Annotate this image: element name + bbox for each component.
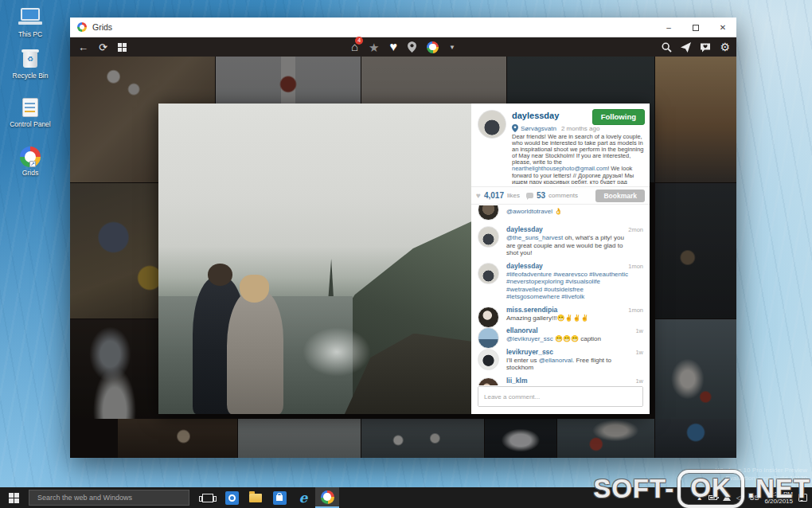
avatar[interactable] [478, 349, 499, 370]
photo-grid-background: daylessday Following Sørvágsvatn 2 month… [70, 57, 736, 458]
comment-username[interactable]: ellanorval [506, 326, 538, 334]
task-view-icon [202, 494, 213, 502]
post-photo[interactable] [158, 104, 471, 414]
task-view-button[interactable] [196, 487, 220, 508]
start-button[interactable] [0, 487, 27, 508]
mention-link[interactable]: @the_suns_harvest [506, 234, 563, 241]
comment-input[interactable] [478, 387, 642, 406]
comment-time: 1w [635, 327, 643, 334]
file-explorer-icon [249, 494, 262, 502]
taskbar-file-explorer[interactable] [244, 487, 267, 508]
desktop-icon-label: Grids [5, 169, 56, 177]
desktop-icon-recycle-bin[interactable]: ♻ Recycle Bin [5, 49, 56, 80]
comment-row: lii_klm 1w @fatemehqshy قربونت برم 😊 [471, 374, 650, 386]
direct-share-icon[interactable] [681, 42, 691, 53]
avatar[interactable] [478, 377, 499, 386]
taskbar-app-blue[interactable] [220, 487, 244, 508]
post-location[interactable]: Sørvágsvatn [521, 125, 556, 132]
location-pin-icon [512, 124, 518, 132]
taskbar-search-input[interactable] [29, 494, 189, 502]
post-timestamp: 2 months ago [561, 125, 599, 132]
window-titlebar[interactable]: Grids – ✕ [70, 18, 736, 37]
likes-heart-icon: ♥ [476, 191, 481, 200]
grids-favicon-icon [77, 22, 87, 32]
mention-link[interactable]: @aworldtotravel [506, 208, 552, 215]
search-icon[interactable] [662, 42, 672, 53]
maximize-icon [693, 25, 699, 31]
app-toolbar: ← ⟳ ⌂ 4 ★ ♥ ▼ ⚙ [70, 37, 736, 57]
avatar[interactable] [478, 263, 499, 284]
taskbar-search-box [29, 490, 189, 506]
comment-time: 1mon [628, 263, 643, 270]
likes-count[interactable]: 4,017 [484, 191, 504, 200]
desktop-icon-label: Recycle Bin [5, 72, 56, 80]
maximize-button[interactable] [682, 18, 709, 37]
comment-time: 1mon [628, 307, 643, 314]
recycle-bin-icon: ♻ [18, 49, 42, 70]
post-lightbox: daylessday Following Sørvágsvatn 2 month… [158, 104, 650, 414]
shortcut-arrow-icon: ↗ [29, 161, 36, 167]
desktop-icon-label: This PC [5, 30, 56, 38]
following-button[interactable]: Following [592, 109, 645, 125]
internet-explorer-icon: e [299, 491, 308, 505]
back-icon[interactable]: ← [78, 42, 88, 53]
activity-icon[interactable] [700, 42, 711, 53]
comment-username[interactable]: lii_klm [506, 377, 527, 385]
comment-time: 1w [635, 349, 643, 356]
avatar[interactable] [478, 226, 499, 248]
location-icon[interactable] [408, 41, 416, 53]
comments-bubble-icon [526, 193, 533, 198]
desktop-icon-grids[interactable]: ↗ Grids [5, 147, 56, 177]
account-avatar[interactable] [427, 41, 439, 53]
windows-logo-icon [9, 493, 19, 503]
bookmark-button[interactable]: Bookmark [595, 190, 645, 202]
settings-gear-icon[interactable]: ⚙ [720, 41, 730, 53]
comment-username[interactable]: miss.serendipia [506, 306, 557, 314]
notification-badge: 4 [355, 37, 363, 45]
avatar[interactable] [478, 205, 499, 221]
chevron-down-icon[interactable]: ▼ [449, 44, 455, 51]
comment-username[interactable]: levikruyer_ssc [506, 348, 553, 356]
comment-row: levikruyer_ssc 1w I'll enter us @ellanor… [471, 346, 650, 374]
window-title: Grids [92, 22, 112, 32]
comment-row: daylessday 1mon #lifeofadventure #wearev… [471, 260, 650, 303]
avatar[interactable] [478, 110, 506, 139]
comment-row: miss.serendipia 1mon Amazing gallery!!!😁… [471, 303, 650, 325]
comment-username[interactable]: daylessday [506, 262, 543, 270]
grid-view-icon[interactable] [118, 43, 127, 52]
home-button[interactable]: ⌂ 4 [351, 40, 358, 54]
grids-taskbar-icon [321, 490, 334, 504]
comment-row: daylessday 2mon @the_suns_harvest oh, wh… [471, 223, 650, 260]
taskbar-store[interactable] [267, 487, 291, 508]
grids-app-icon: ↗ [18, 147, 42, 167]
close-button[interactable]: ✕ [709, 18, 736, 37]
comment-row: @aworldtotravel 👌 [471, 205, 650, 223]
comments-list: @aworldtotravel 👌 daylessday 2mon @the_s… [471, 205, 650, 385]
post-stats-bar: ♥ 4,017 likes 53 comments Bookmark [471, 186, 650, 205]
minimize-button[interactable]: – [655, 18, 682, 37]
post-username[interactable]: daylessday [512, 111, 559, 120]
hashtag-links[interactable]: #lifeofadventure #wearevsco #liveauthent… [506, 271, 628, 301]
comments-count[interactable]: 53 [537, 191, 545, 200]
desktop-icon-control-panel[interactable]: Control Panel [5, 98, 56, 128]
taskbar-grids-app[interactable] [315, 487, 339, 508]
mention-link[interactable]: @ellanorval [539, 357, 572, 364]
blue-app-icon [225, 491, 239, 505]
post-caption: Dear friends! We are in search of a love… [512, 134, 644, 184]
desktop-icon-label: Control Panel [5, 120, 56, 128]
comment-input-box [478, 386, 643, 407]
refresh-icon[interactable]: ⟳ [99, 42, 107, 53]
grids-app-window: Grids – ✕ ← ⟳ ⌂ 4 ★ ♥ ▼ ⚙ [70, 18, 736, 458]
mention-link[interactable]: @fatemehqshy [506, 385, 549, 386]
mention-link[interactable]: @levikruyer_ssc [506, 335, 553, 342]
comment-time: 2mon [628, 226, 643, 233]
control-panel-icon [18, 98, 42, 119]
taskbar-internet-explorer[interactable]: e [291, 487, 315, 508]
post-panel: daylessday Following Sørvágsvatn 2 month… [471, 104, 650, 414]
star-icon[interactable]: ★ [369, 41, 379, 53]
comment-time: 1w [635, 377, 643, 385]
desktop-icon-this-pc[interactable]: This PC [5, 8, 56, 38]
comment-username[interactable]: daylessday [506, 225, 543, 233]
comment-row: ellanorval 1w @levikruyer_ssc 😁😁😁 captio… [471, 324, 650, 346]
heart-icon[interactable]: ♥ [390, 40, 398, 54]
